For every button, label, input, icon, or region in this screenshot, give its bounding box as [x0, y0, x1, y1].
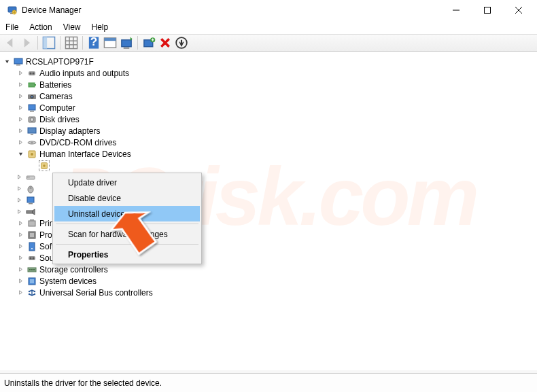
device-icon: [27, 276, 37, 287]
menu-file[interactable]: File: [5, 22, 18, 32]
tree-category[interactable]: Audio inputs and outputs: [15, 67, 536, 79]
menu-disable-device[interactable]: Disable device: [54, 190, 200, 206]
chevron-right-icon[interactable]: [16, 266, 24, 274]
scan-hardware-button[interactable]: [141, 35, 156, 50]
svg-rect-4: [13, 12, 16, 12]
chevron-down-icon[interactable]: [16, 150, 24, 158]
tree-root[interactable]: RCSLAPTOP971F: [3, 56, 536, 67]
toolbar-separator: [82, 36, 83, 50]
menu-view[interactable]: View: [63, 22, 81, 32]
properties-button[interactable]: [103, 35, 118, 50]
tree-category[interactable]: Cameras: [15, 90, 536, 102]
svg-point-38: [31, 118, 34, 121]
chevron-right-icon[interactable]: [15, 196, 23, 204]
chevron-right-icon[interactable]: [16, 289, 24, 297]
category-label: Human Interface Devices: [39, 149, 131, 159]
device-icon: [25, 207, 36, 217]
chevron-right-icon[interactable]: [16, 139, 24, 147]
tree-category[interactable]: System devices: [15, 275, 536, 287]
forward-button[interactable]: [19, 35, 34, 50]
toolbar-separator: [37, 36, 38, 50]
svg-rect-52: [27, 197, 34, 202]
category-label: Batteries: [39, 80, 71, 90]
chevron-down-icon[interactable]: [3, 58, 11, 66]
tree-category[interactable]: Storage controllers: [15, 264, 536, 275]
category-label: Audio inputs and outputs: [39, 69, 129, 78]
svg-point-73: [34, 293, 35, 294]
svg-rect-19: [104, 38, 116, 41]
svg-rect-36: [30, 111, 34, 112]
chevron-right-icon[interactable]: [16, 254, 24, 262]
close-button[interactable]: [503, 0, 534, 20]
toolbar: ?: [0, 34, 537, 52]
svg-point-63: [33, 257, 35, 259]
svg-rect-6: [485, 7, 491, 14]
svg-rect-30: [29, 83, 35, 87]
svg-rect-31: [35, 84, 36, 86]
back-button[interactable]: [3, 35, 18, 50]
device-icon: [27, 79, 37, 90]
chevron-right-icon[interactable]: [16, 219, 24, 228]
tree-category[interactable]: DVD/CD-ROM drives: [15, 137, 536, 148]
disable-button[interactable]: [174, 35, 189, 50]
category-label: DVD/CD-ROM drives: [39, 138, 116, 147]
svg-point-70: [29, 290, 30, 291]
tree-category[interactable]: Display adapters: [15, 125, 536, 137]
chevron-right-icon[interactable]: [16, 69, 24, 77]
maximize-button[interactable]: [472, 0, 503, 20]
chevron-right-icon[interactable]: [16, 277, 24, 285]
annotation-arrow-icon: [107, 205, 175, 266]
tree-category[interactable]: Computer: [15, 102, 536, 113]
menu-action[interactable]: Action: [29, 22, 52, 32]
computer-icon: [13, 56, 24, 67]
device-icon: [27, 149, 37, 160]
chevron-right-icon[interactable]: [16, 104, 24, 112]
svg-rect-53: [29, 203, 33, 204]
menubar: File Action View Help: [0, 20, 537, 34]
chevron-right-icon[interactable]: [16, 92, 24, 101]
device-icon: [25, 172, 36, 183]
menu-help[interactable]: Help: [92, 22, 109, 32]
uninstall-button[interactable]: [158, 35, 173, 50]
chevron-right-icon[interactable]: [16, 81, 24, 89]
chevron-right-icon[interactable]: [15, 185, 23, 193]
tree-category[interactable]: Human Interface Devices: [15, 148, 536, 160]
chevron-right-icon[interactable]: [15, 173, 23, 181]
chevron-right-icon[interactable]: [16, 231, 24, 239]
chevron-right-icon[interactable]: [15, 208, 23, 216]
svg-text:?: ?: [90, 36, 97, 48]
minimize-button[interactable]: [440, 0, 472, 20]
chevron-right-icon[interactable]: [29, 162, 37, 170]
chevron-right-icon[interactable]: [16, 243, 24, 251]
svg-rect-10: [43, 37, 47, 48]
svg-point-46: [43, 164, 46, 167]
chevron-right-icon[interactable]: [16, 115, 24, 124]
status-text: Uninstalls the driver for the selected d…: [4, 378, 162, 388]
root-label: RCSLAPTOP971F: [26, 57, 94, 67]
tree-category[interactable]: Batteries: [15, 79, 536, 90]
svg-point-44: [31, 153, 33, 156]
svg-rect-66: [31, 269, 33, 270]
category-label: Display adapters: [39, 126, 100, 136]
svg-point-60: [31, 248, 33, 249]
menu-update-driver[interactable]: Update driver: [54, 175, 200, 190]
svg-rect-69: [30, 279, 34, 283]
update-driver-button[interactable]: [119, 35, 134, 50]
category-label: System devices: [39, 277, 97, 286]
device-icon: [27, 264, 37, 275]
device-icon: [27, 91, 37, 102]
svg-rect-58: [30, 233, 34, 237]
help-button[interactable]: ?: [86, 35, 101, 50]
properties-grid-button[interactable]: [64, 35, 79, 50]
device-icon: [25, 195, 36, 206]
show-hide-tree-button[interactable]: [41, 35, 56, 50]
tree-category[interactable]: Disk drives: [15, 113, 536, 125]
svg-rect-51: [30, 186, 32, 189]
device-icon: [27, 287, 37, 298]
app-icon: [7, 5, 18, 16]
chevron-right-icon[interactable]: [16, 127, 24, 135]
category-label: Disk drives: [39, 115, 80, 124]
svg-rect-40: [31, 134, 33, 135]
tree-category[interactable]: [15, 160, 536, 171]
tree-category[interactable]: Universal Serial Bus controllers: [15, 287, 536, 298]
